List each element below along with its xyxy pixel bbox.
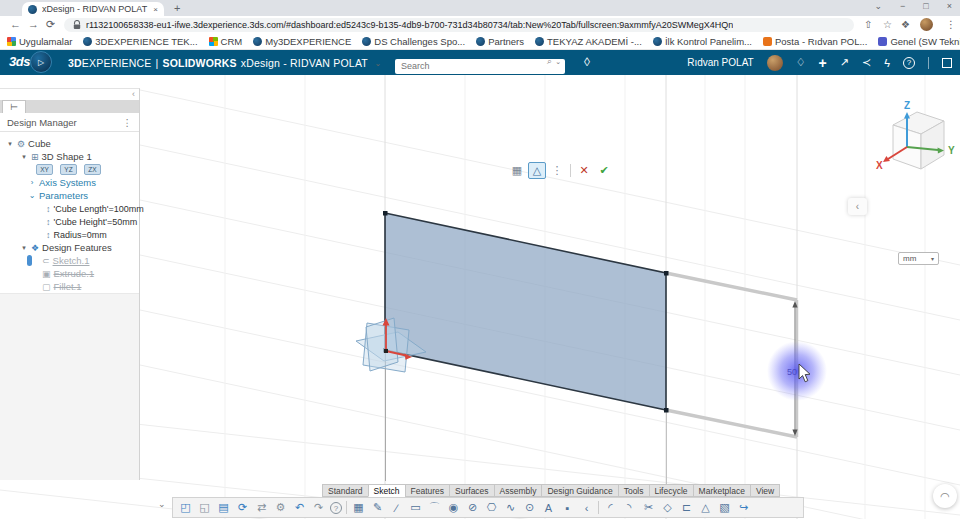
line-tool-icon[interactable]: ∕ (389, 502, 404, 514)
tree-item-fillet1[interactable]: ▢ Fillet.1 (0, 280, 139, 293)
ellipse-tool-icon[interactable]: ⊘ (465, 501, 480, 514)
chevron-right-icon[interactable]: › (28, 178, 36, 187)
tree-item-param[interactable]: ↕ 'Cube Height'=50mm (0, 215, 139, 228)
tag-icon[interactable]: ◊ (584, 55, 590, 69)
add-content-icon[interactable]: + (819, 55, 827, 71)
insert-component-icon[interactable]: ◰ (178, 501, 193, 514)
tab-tools[interactable]: Tools (618, 484, 649, 497)
units-dropdown[interactable]: mm ▾ (898, 252, 939, 265)
show-dimensions-icon[interactable]: ⋮ (548, 162, 566, 179)
kite-icon[interactable]: ♢ (796, 56, 806, 69)
fullscreen-icon[interactable] (942, 58, 952, 68)
mirror-tool-icon[interactable]: ◇ (660, 501, 675, 514)
chevron-down-icon[interactable]: ⌄ (28, 191, 36, 200)
plane-zx-button[interactable]: ZX (84, 164, 101, 175)
tree-item-param[interactable]: ↕ Radius=0mm (0, 228, 139, 241)
tab-standard[interactable]: Standard (322, 484, 368, 497)
lightning-icon[interactable]: ϟ (884, 57, 890, 69)
address-bar[interactable]: r1132100658338-eu1-ifwe.3dexperience.3ds… (64, 18, 854, 32)
tree-item-param[interactable]: ↕ 'Cube Length'=100mm (0, 202, 139, 215)
save-icon[interactable]: ▤ (216, 501, 231, 514)
arc-tool-icon[interactable]: ⌒ (427, 500, 442, 515)
rectangle-tool-icon[interactable]: ▭ (408, 501, 423, 514)
pattern-tool-icon[interactable]: △ (698, 501, 713, 514)
bookmark[interactable]: Partners (476, 36, 524, 47)
text-tool-icon[interactable]: A (541, 502, 556, 514)
bookmark[interactable]: CRM (209, 36, 243, 47)
undo-icon[interactable]: ↶ (292, 501, 307, 514)
panel-menu-icon[interactable]: ⋮ (123, 117, 133, 128)
sync-icon[interactable]: ⟳ (235, 501, 250, 514)
redo-icon[interactable]: ↷ (311, 501, 326, 514)
accept-sketch-icon[interactable]: ✔ (595, 162, 613, 179)
browser-tab[interactable]: xDesign - RIDVAN POLAT × (22, 2, 164, 16)
view-triad[interactable]: Z Y X (876, 100, 955, 171)
circle-tool-icon[interactable]: ◉ (446, 501, 461, 514)
tab-view[interactable]: View (750, 484, 780, 497)
offset-tool-icon[interactable]: ⊏ (679, 501, 694, 514)
plane-xy-button[interactable]: XY (36, 164, 53, 175)
corner-tool-icon[interactable]: ‹ (579, 502, 594, 514)
toolbar-collapse-icon[interactable]: ⌄ (158, 499, 166, 509)
convert-entities-icon[interactable]: ▧ (717, 501, 732, 514)
bookmark-star-icon[interactable]: ☆ (883, 19, 892, 30)
bookmark[interactable]: İlk Kontrol Panelim... (653, 36, 752, 47)
trim-tool-icon[interactable]: ✂ (641, 501, 656, 514)
open-model-icon[interactable]: ◱ (197, 501, 212, 514)
window-maximize-icon[interactable]: □ (923, 1, 928, 11)
share-network-icon[interactable]: ≺ (862, 56, 871, 69)
tree-item-shape[interactable]: ▾ ⊞ 3D Shape 1 (0, 150, 139, 163)
bookmark-apps[interactable]: Uygulamalar (7, 36, 72, 47)
search-icon[interactable]: ⌕ (547, 56, 552, 67)
slot-tool-icon[interactable]: ⊙ (522, 501, 537, 514)
tree-item-sketch1[interactable]: ⊂ Sketch.1 (0, 254, 139, 267)
spline-tool-icon[interactable]: ∿ (503, 501, 518, 514)
sketch-face[interactable] (385, 213, 666, 410)
3d-scene-canvas[interactable]: Z Y X 50 (0, 75, 960, 519)
caret-down-icon[interactable]: ▾ (20, 244, 28, 252)
exit-sketch-icon[interactable]: ↪ (736, 501, 751, 514)
bookmark[interactable]: DS Challenges Spo... (362, 36, 465, 47)
caret-down-icon[interactable]: ▾ (20, 153, 28, 161)
share-arrow-icon[interactable]: ↗ (840, 56, 849, 69)
tab-design-guidance[interactable]: Design Guidance (541, 484, 617, 497)
compass-icon[interactable]: ▷ (30, 51, 52, 73)
normal-to-view-icon[interactable]: △ (528, 162, 546, 179)
share-page-icon[interactable]: ⇧ (864, 19, 872, 30)
window-minimize-icon[interactable]: − (900, 1, 905, 11)
smart-sketch-icon[interactable]: ✎ (370, 501, 385, 514)
new-tab-button[interactable]: + (174, 2, 180, 14)
search-input[interactable] (395, 59, 565, 74)
cancel-sketch-icon[interactable]: ✕ (575, 162, 593, 179)
tab-assembly[interactable]: Assembly (494, 484, 542, 497)
browser-profile-avatar[interactable] (920, 18, 933, 31)
user-name[interactable]: Rıdvan POLAT (687, 57, 754, 68)
tab-surfaces[interactable]: Surfaces (449, 484, 494, 497)
settings-gear-icon[interactable]: ⚙ (273, 501, 288, 514)
fillet-tool-icon[interactable]: ◜ (603, 501, 618, 514)
window-close-icon[interactable]: × (947, 1, 952, 11)
back-icon[interactable]: ← (10, 18, 21, 30)
triad-collapse-button[interactable]: ‹ (848, 198, 867, 215)
extensions-icon[interactable]: ❖ (901, 19, 910, 30)
window-menu-icon[interactable]: ⌄ (874, 1, 882, 11)
search-caret-icon[interactable]: ⌄ (555, 58, 561, 66)
3d-viewport[interactable]: Z Y X 50 ▦ △ ⋮ ✕ ✔ ‹ mm ▾ ◠ (0, 75, 960, 519)
polygon-tool-icon[interactable]: ⎔ (484, 501, 499, 514)
user-avatar[interactable] (767, 55, 783, 71)
tree-item-extrude1[interactable]: ▣ Extrude.1 (0, 267, 139, 280)
plane-yz-button[interactable]: YZ (60, 164, 77, 175)
tab-close-icon[interactable]: × (153, 5, 158, 14)
bookmark[interactable]: Posta - Rıdvan POL... (763, 36, 867, 47)
tab-sketch[interactable]: Sketch (368, 484, 405, 497)
panel-collapse-icon[interactable]: ‹ (132, 89, 135, 99)
tab-lifecycle[interactable]: Lifecycle (649, 484, 693, 497)
tree-tab[interactable]: ⊢ (2, 100, 26, 113)
bookmark[interactable]: TEKYAZ AKADEMİ -... (535, 36, 642, 47)
reload-icon[interactable]: ⟳ (46, 18, 55, 31)
app-title-caret-icon[interactable]: ⌄ (374, 59, 382, 68)
rollback-bar[interactable] (27, 255, 32, 266)
import-export-icon[interactable]: ⇄ (254, 501, 269, 514)
plane-grid-icon[interactable]: ▦ (508, 162, 526, 179)
forward-icon[interactable]: → (28, 18, 39, 30)
